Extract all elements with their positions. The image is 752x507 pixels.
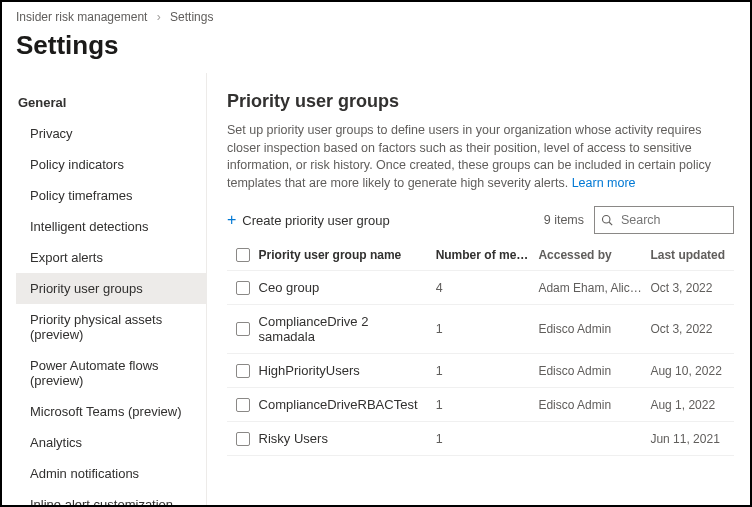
table-row[interactable]: HighPriorityUsers1Edisco AdminAug 10, 20… (227, 354, 734, 388)
checkbox-icon (236, 432, 250, 446)
sidebar-item[interactable]: Power Automate flows (preview) (16, 350, 206, 396)
chevron-right-icon: › (157, 10, 161, 24)
breadcrumb-root[interactable]: Insider risk management (16, 10, 147, 24)
breadcrumb-current[interactable]: Settings (170, 10, 213, 24)
select-all-cell[interactable] (227, 248, 259, 262)
table-row[interactable]: Ceo group4Adam Eham, Alice DoeOct 3, 202… (227, 271, 734, 305)
table-row[interactable]: ComplianceDriveRBACTest1Edisco AdminAug … (227, 388, 734, 422)
sidebar-item[interactable]: Admin notifications (16, 458, 206, 489)
checkbox-icon (236, 322, 250, 336)
cell-members: 1 (436, 364, 539, 378)
row-checkbox[interactable] (227, 281, 259, 295)
learn-more-link[interactable]: Learn more (572, 176, 636, 190)
cell-updated: Oct 3, 2022 (650, 281, 734, 295)
plus-icon: + (227, 212, 236, 228)
cell-updated: Oct 3, 2022 (650, 322, 734, 336)
cell-updated: Aug 10, 2022 (650, 364, 734, 378)
section-description: Set up priority user groups to define us… (227, 122, 734, 192)
table-row[interactable]: Risky Users1Jun 11, 2021 (227, 422, 734, 456)
cell-name: Ceo group (259, 280, 436, 295)
cell-members: 1 (436, 432, 539, 446)
sidebar-item[interactable]: Policy timeframes (16, 180, 206, 211)
sidebar-item[interactable]: Priority user groups (16, 273, 206, 304)
row-checkbox[interactable] (227, 398, 259, 412)
svg-point-0 (602, 216, 609, 223)
checkbox-icon (236, 364, 250, 378)
cell-access: Adam Eham, Alice Doe (538, 281, 650, 295)
description-text: Set up priority user groups to define us… (227, 123, 711, 190)
sidebar-item[interactable]: Privacy (16, 118, 206, 149)
priority-groups-table: Priority user group name Number of memb…… (227, 240, 734, 456)
section-title: Priority user groups (227, 91, 734, 112)
sidebar-item[interactable]: Microsoft Teams (preview) (16, 396, 206, 427)
sidebar: General PrivacyPolicy indicatorsPolicy t… (2, 73, 207, 506)
create-priority-group-button[interactable]: + Create priority user group (227, 208, 390, 232)
cell-name: Risky Users (259, 431, 436, 446)
sidebar-item[interactable]: Priority physical assets (preview) (16, 304, 206, 350)
table-header: Priority user group name Number of memb…… (227, 240, 734, 271)
sidebar-item[interactable]: Analytics (16, 427, 206, 458)
cell-access: Edisco Admin (538, 364, 650, 378)
col-header-access[interactable]: Accessed by (538, 248, 650, 262)
cell-members: 4 (436, 281, 539, 295)
cell-access: Edisco Admin (538, 398, 650, 412)
breadcrumb: Insider risk management › Settings (2, 2, 750, 28)
checkbox-icon (236, 398, 250, 412)
sidebar-item[interactable]: Export alerts (16, 242, 206, 273)
page-title: Settings (2, 28, 750, 73)
col-header-members[interactable]: Number of memb… (436, 248, 539, 262)
row-checkbox[interactable] (227, 322, 259, 336)
sidebar-item[interactable]: Intelligent detections (16, 211, 206, 242)
search-icon (601, 213, 613, 227)
search-input[interactable] (619, 212, 727, 228)
cell-members: 1 (436, 398, 539, 412)
cell-access: Edisco Admin (538, 322, 650, 336)
main-content: Priority user groups Set up priority use… (207, 73, 750, 506)
create-button-label: Create priority user group (242, 213, 389, 228)
cell-updated: Aug 1, 2022 (650, 398, 734, 412)
cell-name: ComplianceDrive 2 samadala (259, 314, 436, 344)
svg-line-1 (609, 222, 612, 225)
cell-members: 1 (436, 322, 539, 336)
checkbox-icon (236, 281, 250, 295)
table-row[interactable]: ComplianceDrive 2 samadala1Edisco AdminO… (227, 305, 734, 354)
col-header-name[interactable]: Priority user group name (259, 248, 436, 262)
checkbox-icon (236, 248, 250, 262)
cell-name: ComplianceDriveRBACTest (259, 397, 436, 412)
row-checkbox[interactable] (227, 364, 259, 378)
row-checkbox[interactable] (227, 432, 259, 446)
toolbar: + Create priority user group 9 items (227, 206, 734, 234)
item-count: 9 items (544, 213, 584, 227)
cell-name: HighPriorityUsers (259, 363, 436, 378)
cell-updated: Jun 11, 2021 (650, 432, 734, 446)
sidebar-item[interactable]: Inline alert customization (16, 489, 206, 507)
sidebar-heading: General (16, 91, 206, 118)
search-box[interactable] (594, 206, 734, 234)
sidebar-item[interactable]: Policy indicators (16, 149, 206, 180)
col-header-updated[interactable]: Last updated (650, 248, 734, 262)
